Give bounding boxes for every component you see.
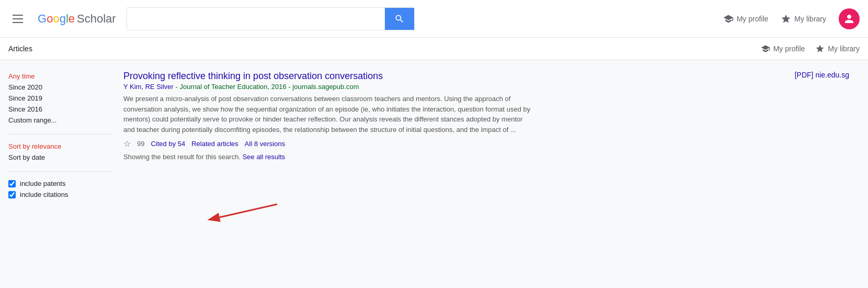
sidebar-divider-1 — [8, 134, 113, 135]
result-journal: - Journal of Teacher Education, 2016 - — [175, 83, 292, 91]
sidebar-item-custom-range[interactable]: Custom range... — [8, 115, 113, 126]
my-profile-label: My profile — [737, 15, 769, 23]
section-label: Articles — [8, 45, 32, 53]
search-button[interactable] — [385, 8, 414, 30]
related-articles-link[interactable]: Related articles — [191, 140, 238, 148]
include-citations-label: include citations — [20, 191, 68, 198]
my-library-label: My library — [794, 15, 826, 23]
sidebar-item-sort-date[interactable]: Sort by date — [8, 152, 113, 163]
header: Google Scholar My profile My library — [0, 0, 868, 38]
avatar-icon — [843, 13, 855, 25]
my-profile-sub-label: My profile — [773, 45, 805, 53]
graduation-cap-sub-icon — [761, 44, 770, 53]
result-main: Provoking reflective thinking in post ob… — [123, 71, 745, 161]
save-star-icon[interactable]: ☆ — [123, 139, 131, 149]
annotation-arrow — [204, 194, 288, 219]
checkbox-filter-group: include patents include citations — [8, 178, 113, 200]
main-content: Any time Since 2020 Since 2019 Since 201… — [0, 60, 868, 219]
sidebar-item-since-2016[interactable]: Since 2016 — [8, 104, 113, 115]
sidebar-item-any-time[interactable]: Any time — [8, 71, 113, 82]
result-snippet: We present a micro-analysis of post obse… — [123, 94, 531, 135]
results-area: Provoking reflective thinking in post ob… — [113, 71, 860, 208]
sub-header: Articles My profile My library — [0, 38, 868, 60]
result-source: journals.sagepub.com — [292, 83, 359, 91]
star-sub-icon — [815, 44, 825, 53]
cited-by-link[interactable]: Cited by 54 — [151, 140, 185, 148]
best-result-note: Showing the best result for this search.… — [123, 153, 745, 161]
my-library-sub-button[interactable]: My library — [815, 44, 860, 53]
sidebar-item-sort-relevance[interactable]: Sort by relevance — [8, 141, 113, 152]
sidebar-item-since-2020[interactable]: Since 2020 — [8, 82, 113, 93]
star-icon — [781, 14, 791, 24]
my-profile-sub-button[interactable]: My profile — [761, 44, 805, 53]
result-side: [PDF] nie.edu.sg — [755, 71, 849, 161]
search-icon — [394, 14, 405, 24]
include-patents-label: include patents — [20, 180, 65, 187]
svg-line-1 — [220, 204, 277, 217]
sort-filter-group: Sort by relevance Sort by date — [8, 141, 113, 163]
result-item: Provoking reflective thinking in post ob… — [123, 71, 849, 161]
my-profile-button[interactable]: My profile — [723, 14, 769, 24]
sidebar: Any time Since 2020 Since 2019 Since 201… — [8, 71, 113, 208]
header-actions: My profile My library — [723, 8, 860, 29]
all-versions-link[interactable]: All 8 versions — [245, 140, 285, 148]
search-bar — [127, 7, 415, 30]
result-author-1[interactable]: Y Kim, RE Silver — [123, 83, 174, 91]
logo[interactable]: Google Scholar — [38, 12, 116, 26]
result-title[interactable]: Provoking reflective thinking in post ob… — [123, 71, 383, 81]
cite-icon[interactable]: 99 — [137, 140, 144, 148]
result-actions: ☆ 99 Cited by 54 Related articles All 8 … — [123, 139, 745, 149]
see-all-results-link[interactable]: See all results — [243, 153, 285, 161]
sidebar-item-since-2019[interactable]: Since 2019 — [8, 93, 113, 104]
search-input[interactable] — [127, 8, 385, 30]
avatar[interactable] — [839, 8, 860, 29]
pdf-link[interactable]: [PDF] nie.edu.sg — [795, 71, 849, 79]
include-patents-checkbox[interactable]: include patents — [8, 178, 113, 189]
sub-header-actions: My profile My library — [761, 44, 860, 53]
time-filter-group: Any time Since 2020 Since 2019 Since 201… — [8, 71, 113, 126]
sidebar-divider-2 — [8, 171, 113, 172]
my-library-button[interactable]: My library — [781, 14, 826, 24]
hamburger-menu[interactable] — [8, 10, 27, 27]
logo-scholar-text: Scholar — [77, 12, 116, 26]
my-library-sub-label: My library — [828, 45, 860, 53]
include-citations-checkbox[interactable]: include citations — [8, 189, 113, 200]
result-meta: Y Kim, RE Silver - Journal of Teacher Ed… — [123, 83, 745, 91]
graduation-cap-icon — [723, 14, 734, 24]
